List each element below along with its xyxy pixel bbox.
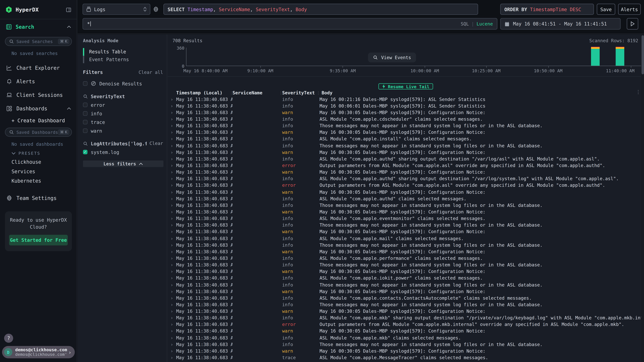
row-expand-chevron-icon[interactable]: › (170, 309, 176, 314)
table-row[interactable]: ›May 16 11:38:40.683 AMinfoThose message… (168, 301, 644, 308)
table-row[interactable]: ›May 16 11:38:40.683 AMwarnMay 16 00:30:… (168, 189, 644, 195)
sidebar-collapse-icon[interactable] (66, 7, 72, 12)
histogram-bar[interactable] (616, 47, 624, 66)
search-query-input[interactable]: * SQL | Lucene (82, 18, 497, 30)
table-row[interactable]: ›May 16 11:38:40.683 AMinfoThose message… (168, 202, 644, 209)
live-tail-play-button[interactable] (627, 18, 638, 30)
denoise-results-option[interactable]: Denoise Results (83, 80, 163, 87)
save-button[interactable]: Save (597, 4, 615, 15)
row-expand-chevron-icon[interactable]: › (170, 269, 176, 274)
column-resize-handle[interactable]: ⋮ (229, 90, 232, 95)
row-expand-chevron-icon[interactable]: › (170, 176, 176, 182)
preset-item-kubernetes[interactable]: Kubernetes (12, 176, 77, 185)
clear-all-filters-link[interactable]: Clear all (138, 70, 163, 75)
resume-live-tail-button[interactable]: Resume Live Tail (378, 83, 433, 89)
row-expand-chevron-icon[interactable]: › (170, 295, 176, 301)
filter-group-clear-link[interactable]: Clear (150, 141, 163, 146)
select-columns-input[interactable]: SELECT Timestamp, ServiceName, SeverityT… (164, 4, 478, 15)
table-row[interactable]: ›May 16 11:38:40.683 AMwarnMay 16 00:30:… (168, 129, 644, 136)
row-expand-chevron-icon[interactable]: › (170, 249, 176, 255)
row-expand-chevron-icon[interactable]: › (170, 256, 176, 261)
analysis-mode-event-patterns[interactable]: Event Patterns (83, 56, 163, 63)
help-button[interactable]: ? (4, 334, 13, 343)
row-expand-chevron-icon[interactable]: › (170, 196, 176, 201)
filter-option-info[interactable]: info (83, 110, 163, 116)
scrollbar-thumb[interactable] (641, 35, 644, 74)
get-started-button[interactable]: Get Started for Free (9, 235, 68, 246)
table-row[interactable]: ›May 16 11:38:40.683 AMwarnMay 16 00:30:… (168, 328, 644, 335)
row-expand-chevron-icon[interactable]: › (170, 123, 176, 129)
table-row[interactable]: ›May 16 11:38:40.683 AMinfoASL Module "c… (168, 136, 644, 142)
table-row[interactable]: ›May 16 11:38:40.683 AMinfoThose message… (168, 282, 644, 288)
table-row[interactable]: ›May 16 11:38:40.683 AMinfoThose message… (168, 142, 644, 149)
sidebar-item-chart-explorer[interactable]: Chart Explorer (0, 61, 77, 75)
sidebar-item-client-sessions[interactable]: Client Sessions (0, 88, 77, 102)
row-expand-chevron-icon[interactable]: › (170, 335, 176, 341)
column-header-body[interactable]: Body (320, 90, 644, 95)
user-menu[interactable]: D demos@clickhouse.com demos@clickhouse.… (2, 346, 75, 359)
row-expand-chevron-icon[interactable]: › (170, 216, 176, 221)
table-row[interactable]: ›May 16 11:38:40.683 AMinfoASL Module "c… (168, 275, 644, 281)
row-expand-chevron-icon[interactable]: › (170, 150, 176, 155)
sidebar-item-alerts[interactable]: Alerts (0, 75, 77, 88)
checkbox[interactable] (83, 103, 88, 107)
view-events-button[interactable]: View Events (368, 52, 416, 62)
source-settings-gear-icon[interactable] (153, 6, 159, 12)
table-row[interactable]: ›May 16 11:38:40.683 AMerrorOutput param… (168, 321, 644, 328)
table-row[interactable]: ›May 16 11:38:40.683 AMinfoASL Module "c… (168, 116, 644, 123)
checkbox[interactable] (83, 128, 88, 133)
column-header-timestamp-local-[interactable]: Timestamp (Local) (176, 90, 229, 95)
row-expand-chevron-icon[interactable]: › (170, 130, 176, 135)
table-row[interactable]: ›May 16 11:38:40.683 AMinfoASL Module "c… (168, 335, 644, 341)
row-expand-chevron-icon[interactable]: › (170, 242, 176, 248)
table-row[interactable]: ›May 16 11:38:40.683 AMerrorOutput param… (168, 182, 644, 189)
table-row[interactable]: ›May 16 11:38:40.683 AMtraceASL Module "… (168, 354, 644, 361)
table-row[interactable]: ›May 16 11:38:40.683 AMwarnMay 16 00:30:… (168, 248, 644, 255)
table-row[interactable]: ›May 16 11:38:40.683 AMwarnMay 16 00:30:… (168, 229, 644, 235)
table-row[interactable]: ›May 16 11:38:40.683 AMinfoASL Module "c… (168, 315, 644, 321)
row-expand-chevron-icon[interactable]: › (170, 289, 176, 294)
sidebar-item-team-settings[interactable]: Team Settings (0, 191, 77, 205)
table-row[interactable]: ›May 16 11:38:40.683 AMwarnMay 16 00:30:… (168, 169, 644, 175)
table-row[interactable]: ›May 16 11:38:40.683 AMinfoASL Module "c… (168, 255, 644, 262)
checkbox[interactable] (83, 150, 88, 154)
row-expand-chevron-icon[interactable]: › (170, 203, 176, 208)
row-expand-chevron-icon[interactable]: › (170, 110, 176, 115)
row-expand-chevron-icon[interactable]: › (170, 282, 176, 288)
table-row[interactable]: ›May 16 11:38:40.683 AMwarnMay 16 00:30:… (168, 268, 644, 275)
table-row[interactable]: ›May 16 11:38:40.683 AMinfoASL Module "c… (168, 175, 644, 182)
row-expand-chevron-icon[interactable]: › (170, 97, 176, 102)
table-row[interactable]: ›May 16 11:38:40.683 AMinfoASL Module "c… (168, 215, 644, 222)
alerts-button[interactable]: Alerts (618, 4, 641, 15)
histogram-bar[interactable] (591, 47, 600, 66)
less-filters-button[interactable]: Less filters (83, 160, 164, 167)
row-expand-chevron-icon[interactable]: › (170, 183, 176, 188)
row-expand-chevron-icon[interactable]: › (170, 156, 176, 162)
row-expand-chevron-icon[interactable]: › (170, 355, 176, 361)
create-dashboard-button[interactable]: + Create Dashboard (12, 116, 77, 125)
table-row[interactable]: ›May 16 11:38:40.683 AMinfoThose message… (168, 242, 644, 248)
table-row[interactable]: ›May 16 11:38:40.683 AMinfoThose message… (168, 222, 644, 228)
filter-option-error[interactable]: error (83, 102, 163, 108)
column-resize-handle[interactable]: ⋮ (316, 90, 320, 95)
row-expand-chevron-icon[interactable]: › (170, 209, 176, 215)
row-expand-chevron-icon[interactable]: › (170, 116, 176, 122)
saved-dashboards-input[interactable]: Saved Dashboards ⌘ K (5, 128, 72, 137)
preset-item-clickhouse[interactable]: Clickhouse (12, 157, 77, 167)
table-row[interactable]: ›May 16 11:38:40.683 AMinfoMay 16 00:21:… (168, 96, 644, 103)
sidebar-item-dashboards[interactable]: Dashboards (0, 102, 77, 115)
table-row[interactable]: ›May 16 11:38:40.683 AMinfoASL Module "c… (168, 195, 644, 202)
table-row[interactable]: ›May 16 11:38:40.683 AMwarnMay 16 00:30:… (168, 109, 644, 116)
table-row[interactable]: ›May 16 11:38:40.683 AMwarnMay 16 00:30:… (168, 348, 644, 354)
preset-item-services[interactable]: Services (12, 167, 77, 176)
table-row[interactable]: ›May 16 11:38:40.683 AMinfoMay 16 00:06:… (168, 103, 644, 109)
row-expand-chevron-icon[interactable]: › (170, 315, 176, 321)
row-expand-chevron-icon[interactable]: › (170, 236, 176, 241)
row-expand-chevron-icon[interactable]: › (170, 163, 176, 168)
table-body[interactable]: ›May 16 11:38:40.683 AMinfoMay 16 00:21:… (168, 96, 644, 362)
row-expand-chevron-icon[interactable]: › (170, 223, 176, 228)
source-select[interactable]: Logs (82, 4, 150, 15)
sidebar-item-search[interactable]: Search (0, 19, 77, 34)
row-expand-chevron-icon[interactable]: › (170, 349, 176, 354)
column-resize-handle[interactable]: ⋮ (279, 90, 282, 95)
